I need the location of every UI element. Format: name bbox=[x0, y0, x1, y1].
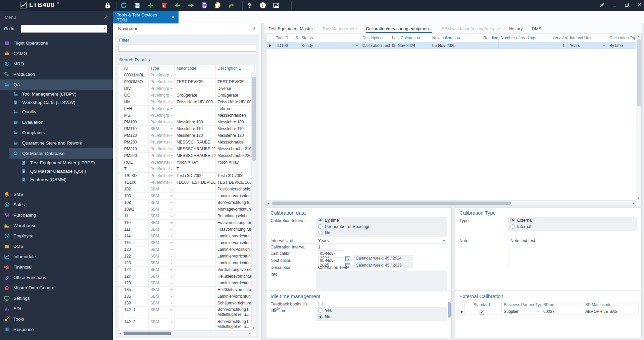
search-result-row[interactable]: 135SBMHeißklebevorrichtu... bbox=[118, 287, 251, 293]
scrollbar-thumb[interactable] bbox=[123, 332, 171, 335]
column-header[interactable]: Matchcode bbox=[175, 65, 216, 72]
scrollbar-thumb[interactable] bbox=[637, 39, 641, 106]
chevron-down-icon[interactable] bbox=[170, 296, 173, 297]
scroll-up-icon[interactable]: ▴ bbox=[638, 35, 639, 38]
chevron-down-icon[interactable] bbox=[170, 81, 173, 83]
search-result-row[interactable]: 110SBMFräsvorrichtung für... bbox=[118, 220, 251, 226]
grid-column-header[interactable]: S bbox=[293, 34, 299, 42]
search-result-row[interactable]: PM210PruefmittelMESSSCHRAUBE 210Messschr… bbox=[118, 146, 251, 153]
calibration-interval-value-field[interactable]: 1 bbox=[316, 244, 447, 250]
tab-calibration-measuring-equipmen[interactable]: Calibration/measuring equipmen... bbox=[366, 23, 432, 34]
radio-icon[interactable] bbox=[318, 308, 323, 313]
print-icon[interactable] bbox=[201, 2, 208, 9]
sidebar-item-mro[interactable]: MRO bbox=[0, 59, 113, 69]
scroll-left-icon[interactable]: ◂ bbox=[268, 202, 269, 205]
radio-icon[interactable] bbox=[510, 218, 515, 222]
grid-column-header[interactable]: Readings bbox=[481, 34, 499, 42]
chevron-down-icon[interactable] bbox=[170, 195, 173, 197]
sidebar-item-office-functions[interactable]: Office Functions bbox=[0, 272, 113, 283]
chevron-down-icon[interactable] bbox=[170, 202, 173, 204]
sidebar-item-edi[interactable]: EDI bbox=[0, 303, 113, 314]
scroll-down-icon[interactable]: ▾ bbox=[253, 326, 254, 330]
scroll-left-icon[interactable]: ◂ bbox=[119, 332, 121, 335]
chevron-down-icon[interactable] bbox=[356, 45, 358, 46]
sidebar-item-quarantine-store-and-rework[interactable]: Quarantine Store and Rework bbox=[0, 138, 113, 148]
sidebar-item-settings[interactable]: Settings bbox=[0, 293, 113, 303]
row-indicator-column[interactable] bbox=[118, 65, 122, 72]
chevron-down-icon[interactable] bbox=[170, 175, 173, 177]
tab-sbm-validation-testing-release[interactable]: SBM validation/testing/release bbox=[441, 23, 500, 34]
chevron-down-icon[interactable] bbox=[170, 263, 173, 264]
feedback-checkbox[interactable] bbox=[318, 302, 323, 306]
radio-internal[interactable]: Internal bbox=[510, 224, 636, 231]
search-result-row[interactable]: 115SBMLaminiervorrichtun... bbox=[118, 240, 251, 246]
chevron-down-icon[interactable] bbox=[170, 303, 173, 304]
scrollbar-thumb[interactable] bbox=[272, 202, 511, 205]
search-result-row[interactable]: 000OM5O...PruefmittelTEST DEVICETEST DEV… bbox=[118, 79, 251, 86]
grid-column-header[interactable]: Last Calibration bbox=[390, 34, 430, 42]
results-horizontal-scrollbar[interactable]: ◂ ▸ bbox=[118, 330, 251, 336]
chevron-down-icon[interactable] bbox=[170, 149, 173, 150]
navigate-forward-icon[interactable] bbox=[187, 2, 195, 9]
sidebar-item-qa[interactable]: QA bbox=[0, 79, 113, 90]
refresh-icon[interactable] bbox=[120, 2, 128, 9]
sidebar-item-workshop-carts-ltbww[interactable]: Workshop Carts (LTBWW) bbox=[0, 98, 113, 107]
search-result-row[interactable]: 114SBMLaminiervorrichtun... bbox=[118, 233, 251, 240]
pin-window-icon[interactable] bbox=[599, 2, 605, 7]
sidebar-item-quality[interactable]: Quality bbox=[0, 107, 113, 117]
chevron-down-icon[interactable] bbox=[170, 108, 173, 110]
grid-column-header[interactable]: Status bbox=[299, 34, 360, 42]
external-column-header[interactable]: Business Partner Type bbox=[502, 301, 541, 308]
grid-row[interactable]: TD100ReadyCalibration Test05-Nov-202405-… bbox=[266, 42, 641, 49]
sidebar-item-qs-master-database-qsf[interactable]: QS Master Database (QSF) bbox=[0, 167, 113, 175]
search-result-row[interactable]: 120SBMLaminier-/Position... bbox=[118, 246, 251, 253]
radio-icon[interactable] bbox=[510, 224, 515, 229]
chevron-down-icon[interactable] bbox=[170, 75, 173, 76]
search-result-row[interactable]: 142_1SBMBohrvorrichtung f. Mittelflügel … bbox=[118, 307, 251, 319]
add-icon[interactable] bbox=[147, 2, 154, 9]
sidebar-item-qs-master-database[interactable]: QS Master Database bbox=[9, 148, 113, 159]
image-icon[interactable] bbox=[273, 2, 280, 9]
sidebar-item-tool-management-ltbpv[interactable]: Tool Management (LTBPV) bbox=[0, 90, 113, 98]
restore-icon[interactable] bbox=[624, 2, 630, 7]
search-result-row[interactable]: 128SBMLaminiervorrichtun... bbox=[118, 280, 251, 287]
sidebar-item-infomodule[interactable]: Infomodule bbox=[0, 251, 113, 262]
chevron-down-icon[interactable] bbox=[170, 122, 173, 123]
grid-vertical-scrollbar[interactable]: ▴ ▾ bbox=[636, 34, 641, 200]
sidebar-item-warehouse[interactable]: Warehouse bbox=[0, 220, 113, 231]
radio-per-readings[interactable]: Per number of Readings bbox=[318, 224, 446, 231]
sidebar-item-flight-operations[interactable]: Flight Operations bbox=[0, 38, 113, 48]
sidebar-item-test-equipment-master-ltbps[interactable]: Test Equipment Master (LTBPS) bbox=[0, 159, 113, 167]
results-vertical-scrollbar[interactable]: ▾ bbox=[251, 72, 256, 330]
grid-column-header[interactable]: Next calibration bbox=[430, 34, 481, 42]
chevron-down-icon[interactable] bbox=[170, 322, 173, 323]
chevron-down-icon[interactable] bbox=[442, 240, 445, 242]
copy-icon[interactable] bbox=[214, 2, 221, 9]
chevron-down-icon[interactable] bbox=[170, 189, 173, 190]
chevron-down-icon[interactable] bbox=[170, 142, 173, 143]
info-field[interactable] bbox=[316, 271, 447, 293]
save-icon[interactable] bbox=[134, 2, 141, 9]
chevron-down-icon[interactable] bbox=[170, 289, 173, 291]
search-result-row[interactable]: PM200PruefmittelMESSSCHRAUBEMessschraube bbox=[118, 139, 251, 146]
radio-icon[interactable] bbox=[318, 315, 323, 319]
chevron-down-icon[interactable] bbox=[170, 216, 173, 217]
search-result-row[interactable]: 11SBMBetankungseinheit... bbox=[118, 213, 251, 220]
column-header[interactable]: Description 1 bbox=[216, 65, 255, 72]
radio-icon[interactable] bbox=[318, 218, 323, 222]
chevron-down-icon[interactable] bbox=[170, 182, 173, 183]
chevron-down-icon[interactable] bbox=[603, 45, 605, 46]
tab-test-equipment-master[interactable]: Test Equipment Master bbox=[268, 23, 313, 34]
chevron-down-icon[interactable] bbox=[170, 115, 173, 116]
chevron-down-icon[interactable] bbox=[170, 222, 173, 224]
radio-no[interactable]: No bbox=[318, 315, 446, 321]
sidebar-item-camo[interactable]: CAMO bbox=[0, 48, 113, 59]
search-result-row[interactable]: MSPruefmgrpMessschrauben bbox=[118, 112, 251, 119]
search-result-row[interactable]: TPruefmittelT bbox=[118, 166, 251, 173]
radio-yes[interactable]: Yes bbox=[318, 308, 446, 315]
search-result-row[interactable]: 127SBMHeißklebevorrichtu... bbox=[118, 273, 251, 280]
search-result-row[interactable]: 108SBMBohrvorrichtung fü... bbox=[118, 200, 251, 206]
external-column-header[interactable]: BP Matchcode bbox=[583, 301, 639, 308]
chevron-down-icon[interactable] bbox=[170, 309, 173, 311]
radio-no[interactable]: No bbox=[318, 231, 446, 237]
